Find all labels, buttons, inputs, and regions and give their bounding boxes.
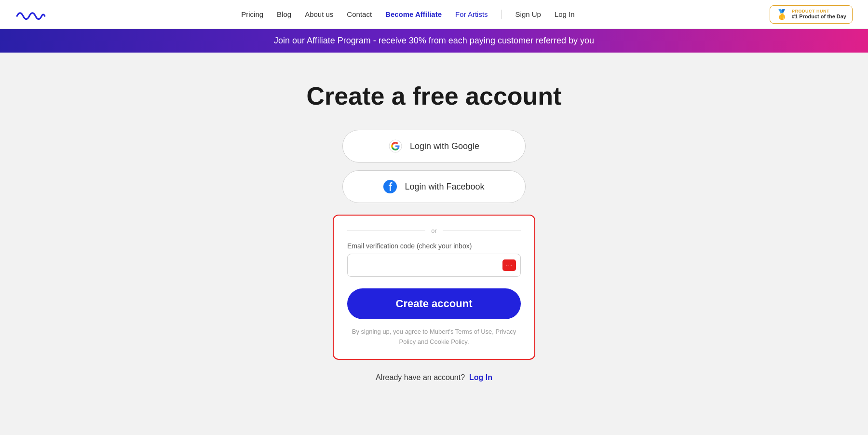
create-account-button[interactable]: Create account: [347, 288, 521, 319]
email-verification-input[interactable]: [347, 254, 521, 277]
nav-signup[interactable]: Sign Up: [515, 10, 541, 18]
nav-about[interactable]: About us: [305, 10, 333, 18]
page-title: Create a free account: [307, 82, 562, 110]
nav-pricing[interactable]: Pricing: [241, 10, 263, 18]
medal-icon: 🥇: [776, 9, 788, 20]
ph-text: PRODUCT HUNT #1 Product of the Day: [792, 9, 846, 20]
terms-text: By signing up, you agree to Mubert's Ter…: [347, 327, 521, 347]
ph-label: PRODUCT HUNT: [792, 9, 846, 14]
logo[interactable]: [15, 7, 46, 22]
login-row: Already have an account? Log In: [376, 373, 492, 382]
nav-divider: [502, 10, 502, 19]
google-login-button[interactable]: Login with Google: [342, 130, 526, 163]
login-prompt: Already have an account?: [376, 373, 465, 381]
or-label: or: [431, 227, 437, 234]
signup-form-box: or Email verification code (check your i…: [333, 215, 535, 360]
login-link[interactable]: Log In: [469, 373, 492, 381]
facebook-icon: [383, 180, 397, 193]
facebook-btn-label: Login with Facebook: [405, 182, 484, 192]
navbar: Pricing Blog About us Contact Become Aff…: [0, 0, 868, 29]
google-icon: [389, 139, 402, 153]
nav-login[interactable]: Log In: [555, 10, 575, 18]
affiliate-banner[interactable]: Join our Affiliate Program - receive 30%…: [0, 29, 868, 53]
main-content: Create a free account Login with Google …: [0, 53, 868, 382]
or-line-left: [347, 231, 425, 231]
email-field-wrap: ···: [347, 254, 521, 277]
nav-artists[interactable]: For Artists: [455, 10, 488, 18]
nav-blog[interactable]: Blog: [277, 10, 291, 18]
or-line-right: [443, 231, 521, 231]
nav-links: Pricing Blog About us Contact Become Aff…: [241, 10, 574, 19]
product-hunt-badge[interactable]: 🥇 PRODUCT HUNT #1 Product of the Day: [770, 5, 853, 24]
dots-icon: ···: [506, 262, 512, 269]
nav-affiliate[interactable]: Become Affiliate: [385, 10, 442, 18]
ph-title: #1 Product of the Day: [792, 14, 846, 20]
banner-text: Join our Affiliate Program - receive 30%…: [274, 36, 594, 45]
or-divider: or: [347, 227, 521, 234]
terms-content: By signing up, you agree to Mubert's Ter…: [352, 328, 516, 345]
message-icon: ···: [502, 259, 516, 271]
create-account-label: Create account: [396, 298, 473, 310]
facebook-login-button[interactable]: Login with Facebook: [342, 170, 526, 203]
google-btn-label: Login with Google: [410, 141, 479, 151]
email-field-label: Email verification code (check your inbo…: [347, 242, 521, 250]
nav-contact[interactable]: Contact: [347, 10, 372, 18]
